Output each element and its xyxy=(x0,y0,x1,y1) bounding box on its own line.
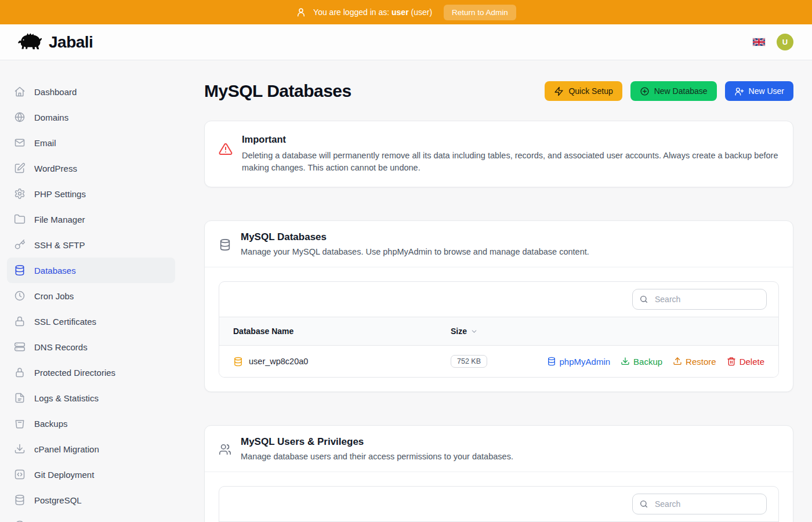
databases-section-title: MySQL Databases xyxy=(241,231,589,243)
brand-name: Jabali xyxy=(49,33,93,52)
circle-icon xyxy=(14,520,26,522)
sidebar-item-domains[interactable]: Domains xyxy=(7,104,175,130)
app-header: Jabali U xyxy=(0,24,812,60)
sidebar-item-label: Email xyxy=(34,138,56,148)
databases-card: MySQL Databases Manage your MySQL databa… xyxy=(204,220,793,392)
new-user-button[interactable]: New User xyxy=(725,81,793,101)
database-icon xyxy=(219,238,231,256)
main-content: MySQL Databases Quick Setup New Database… xyxy=(186,60,812,522)
sidebar-item-wordpress[interactable]: WordPress xyxy=(7,155,175,181)
logged-in-message: You are logged in as: user (user) xyxy=(313,8,432,17)
chevron-down-icon xyxy=(470,328,478,335)
trash-icon xyxy=(727,357,736,366)
server-icon xyxy=(14,341,26,353)
impersonation-banner: You are logged in as: user (user) Return… xyxy=(0,0,812,24)
sidebar-item-cpanel-migration[interactable]: cPanel Migration xyxy=(7,436,175,462)
size-sort-control[interactable]: Size xyxy=(451,327,478,336)
sidebar-item-label: PostgreSQL xyxy=(34,495,82,505)
avatar[interactable]: U xyxy=(777,34,793,50)
database-icon xyxy=(547,357,556,366)
users-section-subtitle: Manage database users and their access p… xyxy=(241,452,513,461)
edit-icon xyxy=(14,162,26,174)
sidebar-item-partial[interactable] xyxy=(7,513,175,522)
sidebar-item-databases[interactable]: Databases xyxy=(7,258,175,283)
users-card: MySQL Users & Privileges Manage database… xyxy=(204,425,793,522)
gear-icon xyxy=(14,188,26,200)
sidebar-item-label: Logs & Statistics xyxy=(34,393,99,403)
warning-title: Important xyxy=(242,134,779,145)
sidebar-item-dns-records[interactable]: DNS Records xyxy=(7,334,175,360)
sidebar-item-label: SSL Certificates xyxy=(34,317,96,327)
page-title: MySQL Databases xyxy=(204,81,351,101)
column-header-size: Size xyxy=(437,317,507,346)
code-icon xyxy=(14,469,26,480)
database-name: user_wp8c20a0 xyxy=(249,357,308,366)
plus-circle-icon xyxy=(640,86,650,96)
table-row: user_wp8c20a0 752 KB phpMyAdmin xyxy=(219,346,778,378)
sidebar-item-postgresql[interactable]: PostgreSQL xyxy=(7,487,175,513)
users-icon xyxy=(219,443,231,461)
backup-link[interactable]: Backup xyxy=(621,357,662,367)
zap-icon xyxy=(554,86,564,96)
archive-icon xyxy=(14,418,26,429)
user-plus-icon xyxy=(734,86,744,96)
sidebar-item-label: Backups xyxy=(34,419,68,429)
sidebar-item-label: DNS Records xyxy=(34,342,88,352)
database-icon xyxy=(14,494,26,506)
mail-icon xyxy=(14,137,26,148)
users-section-title: MySQL Users & Privileges xyxy=(241,436,513,448)
download-icon xyxy=(621,357,630,366)
lock-icon xyxy=(14,316,26,327)
sidebar-item-ssh-sftp[interactable]: SSH & SFTP xyxy=(7,232,175,258)
delete-link[interactable]: Delete xyxy=(727,357,764,367)
search-icon xyxy=(639,499,648,509)
quick-setup-button[interactable]: Quick Setup xyxy=(545,81,622,101)
warning-card: Important Deleting a database will perma… xyxy=(204,121,793,187)
database-icon xyxy=(233,357,243,367)
sidebar-item-label: Databases xyxy=(34,266,76,276)
sidebar-item-git-deployment[interactable]: Git Deployment xyxy=(7,462,175,487)
user-icon xyxy=(296,7,306,17)
sidebar-item-cron-jobs[interactable]: Cron Jobs xyxy=(7,283,175,309)
sidebar-item-ssl-certificates[interactable]: SSL Certificates xyxy=(7,309,175,334)
sidebar: Dashboard Domains Email WordPress PHP Se… xyxy=(0,60,186,522)
return-to-admin-button[interactable]: Return to Admin xyxy=(444,5,516,20)
logged-in-role: (user) xyxy=(411,8,433,17)
phpmyadmin-link[interactable]: phpMyAdmin xyxy=(547,357,611,367)
brand-logo[interactable]: Jabali xyxy=(17,32,93,52)
sidebar-item-dashboard[interactable]: Dashboard xyxy=(7,79,175,104)
key-icon xyxy=(14,239,26,251)
sidebar-item-label: SSH & SFTP xyxy=(34,240,85,250)
home-icon xyxy=(14,86,26,97)
sidebar-item-php-settings[interactable]: PHP Settings xyxy=(7,181,175,206)
uk-flag-icon[interactable] xyxy=(753,38,765,46)
databases-search-input[interactable] xyxy=(632,289,767,310)
sidebar-item-label: Domains xyxy=(34,113,68,122)
sidebar-item-email[interactable]: Email xyxy=(7,130,175,155)
databases-section-subtitle: Manage your MySQL databases. Use phpMyAd… xyxy=(241,247,589,256)
size-badge: 752 KB xyxy=(451,355,487,368)
sidebar-item-label: Cron Jobs xyxy=(34,291,74,301)
boar-logo-icon xyxy=(17,32,44,52)
warning-text: Deleting a database will permanently rem… xyxy=(242,150,779,174)
upload-icon xyxy=(673,357,682,366)
sidebar-item-label: File Manager xyxy=(34,215,85,224)
users-search-input[interactable] xyxy=(632,494,767,514)
sidebar-item-label: cPanel Migration xyxy=(34,444,99,454)
globe-icon xyxy=(14,111,26,123)
new-database-button[interactable]: New Database xyxy=(630,81,717,101)
sidebar-item-file-manager[interactable]: File Manager xyxy=(7,206,175,232)
clock-icon xyxy=(14,290,26,302)
padlock-icon xyxy=(14,367,26,378)
sidebar-item-backups[interactable]: Backups xyxy=(7,411,175,436)
sidebar-item-logs-statistics[interactable]: Logs & Statistics xyxy=(7,385,175,411)
download-icon xyxy=(14,443,26,455)
search-icon xyxy=(639,295,648,304)
sidebar-item-label: Protected Directories xyxy=(34,368,115,378)
column-header-database-name: Database Name xyxy=(219,317,437,346)
database-icon xyxy=(14,264,26,276)
sidebar-item-protected-directories[interactable]: Protected Directories xyxy=(7,360,175,385)
restore-link[interactable]: Restore xyxy=(673,357,716,367)
sidebar-item-label: PHP Settings xyxy=(34,189,86,199)
sidebar-item-label: Dashboard xyxy=(34,87,77,97)
